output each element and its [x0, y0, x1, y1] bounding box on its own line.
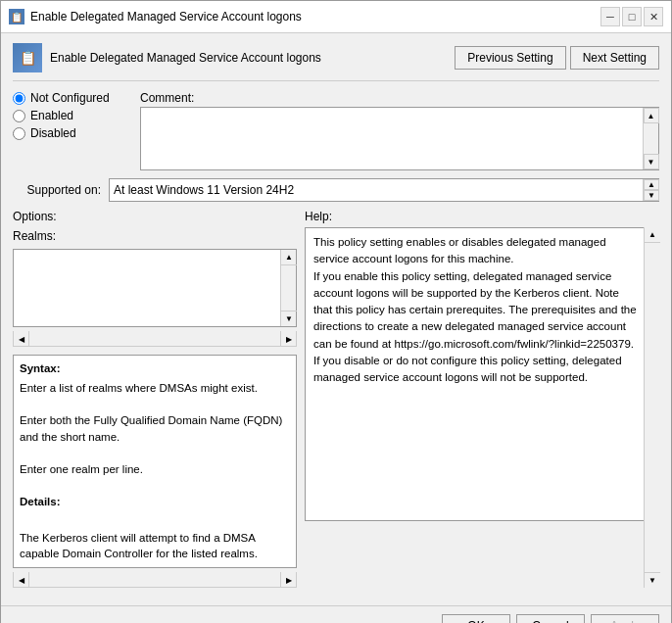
not-configured-label: Not Configured: [30, 91, 110, 105]
comment-scroll-up[interactable]: ▲: [644, 108, 659, 123]
help-scroll-down[interactable]: ▼: [645, 572, 660, 588]
syntax-title: Syntax:: [20, 360, 290, 377]
help-text-box: This policy setting enables or disables …: [305, 227, 659, 521]
apply-button[interactable]: Apply: [591, 614, 659, 623]
header-title: Enable Delegated Managed Service Account…: [50, 51, 321, 65]
supported-value: At least Windows 11 Version 24H2: [110, 179, 658, 201]
options-panel: Options: Realms: ▲ ▼ ◀: [13, 210, 297, 588]
syntax-h-track: [29, 572, 280, 587]
not-configured-radio[interactable]: [13, 92, 25, 105]
help-para-3: If you disable or do not configure this …: [313, 353, 637, 387]
syntax-scroll-right[interactable]: ▶: [280, 572, 296, 588]
header-icon: 📋: [13, 43, 42, 72]
options-help-row: Options: Realms: ▲ ▼ ◀: [13, 210, 659, 588]
help-label: Help:: [305, 210, 659, 223]
cancel-button[interactable]: Cancel: [516, 614, 585, 623]
syntax-details-box: Syntax: Enter a list of realms where DMS…: [13, 355, 297, 568]
syntax-line-2: Enter both the Fully Qualified Domain Na…: [20, 412, 290, 445]
details-title: Details:: [20, 494, 290, 510]
comment-scroll-down[interactable]: ▼: [644, 154, 659, 169]
supported-section: Supported on: At least Windows 11 Versio…: [13, 178, 659, 202]
supported-scrollbar: ▲ ▼: [643, 179, 658, 201]
main-window: 📋 Enable Delegated Managed Service Accou…: [0, 0, 672, 623]
supported-scroll-up[interactable]: ▲: [644, 179, 659, 190]
options-inner: Realms: ▲ ▼ ◀ ▶: [13, 227, 297, 588]
syntax-h-scrollbar: ◀ ▶: [13, 572, 297, 588]
next-setting-button[interactable]: Next Setting: [570, 46, 659, 70]
realms-container: ▲ ▼: [13, 249, 297, 327]
enabled-radio[interactable]: [13, 110, 25, 122]
help-text-wrapper: This policy setting enables or disables …: [305, 227, 659, 588]
help-para-2: If you enable this policy setting, deleg…: [313, 268, 637, 353]
disabled-radio[interactable]: [13, 127, 25, 140]
enabled-option[interactable]: Enabled: [13, 109, 120, 122]
radio-group: Not Configured Enabled Disabled: [13, 91, 120, 140]
header-left: 📋 Enable Delegated Managed Service Accou…: [13, 43, 321, 72]
syntax-scroll-left[interactable]: ◀: [14, 572, 29, 588]
comment-textarea[interactable]: [141, 108, 643, 167]
supported-label: Supported on:: [13, 183, 101, 197]
maximize-button[interactable]: □: [622, 7, 642, 26]
footer-section: OK Cancel Apply: [1, 605, 671, 623]
not-configured-option[interactable]: Not Configured: [13, 91, 120, 105]
realms-scroll-right[interactable]: ▶: [280, 331, 296, 347]
prev-setting-button[interactable]: Previous Setting: [455, 46, 565, 70]
comment-field-container: ▲ ▼: [140, 107, 659, 170]
syntax-line-3: Enter one realm per line.: [20, 461, 290, 478]
comment-section: Comment: ▲ ▼: [140, 91, 659, 170]
title-controls: ─ □ ✕: [600, 7, 663, 26]
comment-scrollbar: ▲ ▼: [643, 108, 658, 169]
realms-scroll-left[interactable]: ◀: [14, 331, 29, 347]
details-line-1: The Kerberos client will attempt to find…: [20, 530, 290, 562]
realms-label: Realms:: [13, 227, 297, 245]
realms-scroll-up[interactable]: ▲: [281, 250, 297, 265]
title-bar: 📋 Enable Delegated Managed Service Accou…: [1, 1, 671, 33]
realms-h-scrollbar: ◀ ▶: [13, 331, 297, 347]
supported-scroll-down[interactable]: ▼: [644, 190, 659, 201]
main-content: 📋 Enable Delegated Managed Service Accou…: [1, 33, 671, 605]
header-buttons: Previous Setting Next Setting: [455, 46, 659, 70]
help-para-1: This policy setting enables or disables …: [313, 234, 637, 268]
help-v-scrollbar: ▲ ▼: [644, 227, 659, 588]
enabled-label: Enabled: [30, 109, 73, 122]
header-section: 📋 Enable Delegated Managed Service Accou…: [13, 43, 659, 81]
close-button[interactable]: ✕: [644, 7, 663, 26]
help-v-track: [645, 243, 659, 572]
realms-v-track: [281, 265, 296, 311]
help-panel: Help: This policy setting enables or dis…: [305, 210, 659, 588]
realms-h-track: [29, 331, 280, 346]
help-scroll-up[interactable]: ▲: [645, 227, 660, 243]
disabled-label: Disabled: [30, 126, 76, 140]
window-icon: 📋: [9, 9, 24, 24]
radio-comment-section: Not Configured Enabled Disabled Comment:…: [13, 91, 659, 170]
window-title: Enable Delegated Managed Service Account…: [30, 10, 302, 24]
realms-scroll-down[interactable]: ▼: [281, 311, 297, 326]
title-bar-left: 📋 Enable Delegated Managed Service Accou…: [9, 9, 302, 24]
options-label: Options:: [13, 210, 297, 223]
supported-value-container: At least Windows 11 Version 24H2 ▲ ▼: [109, 178, 659, 202]
realms-v-scrollbar: ▲ ▼: [280, 250, 296, 326]
disabled-option[interactable]: Disabled: [13, 126, 120, 140]
minimize-button[interactable]: ─: [600, 7, 620, 26]
syntax-line-1: Enter a list of realms where DMSAs might…: [20, 380, 290, 397]
comment-label: Comment:: [140, 91, 659, 105]
ok-button[interactable]: OK: [442, 614, 510, 623]
